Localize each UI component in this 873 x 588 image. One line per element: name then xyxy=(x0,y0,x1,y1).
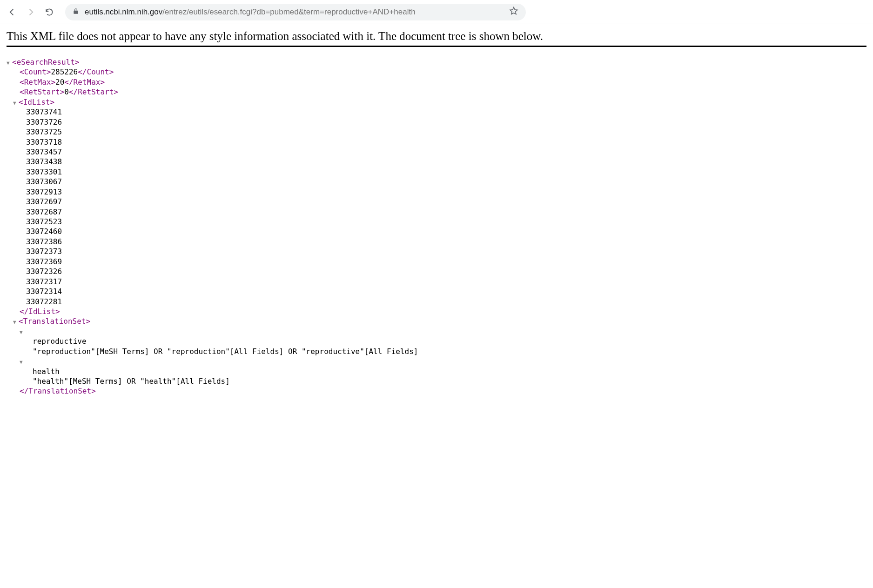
toggle-icon[interactable]: ▼ xyxy=(13,100,19,107)
xml-translation-to: "reproduction"[MeSH Terms] OR "reproduct… xyxy=(7,347,866,356)
toggle-icon[interactable]: ▼ xyxy=(7,60,12,67)
xml-translationset-close: </TranslationSet> xyxy=(7,386,866,396)
url-text: eutils.ncbi.nlm.nih.gov/entrez/eutils/es… xyxy=(85,7,416,17)
xml-idlist-close: </IdList> xyxy=(7,307,866,316)
xml-id: 33073718 xyxy=(7,137,866,147)
xml-notice: This XML file does not appear to have an… xyxy=(7,30,866,47)
xml-translation-from: reproductive xyxy=(7,336,866,346)
xml-count: <Count>285226</Count> xyxy=(7,67,866,77)
xml-id: 33073457 xyxy=(7,147,866,157)
xml-root-open[interactable]: ▼<eSearchResult> xyxy=(7,57,866,67)
xml-id: 33072697 xyxy=(7,197,866,207)
xml-id: 33072687 xyxy=(7,207,866,217)
xml-id: 33072369 xyxy=(7,257,866,267)
xml-id: 33073725 xyxy=(7,127,866,137)
address-bar[interactable]: eutils.ncbi.nlm.nih.gov/entrez/eutils/es… xyxy=(65,4,526,20)
xml-id: 33072317 xyxy=(7,277,866,287)
xml-id: 33073438 xyxy=(7,157,866,167)
toggle-icon[interactable]: ▼ xyxy=(20,329,25,336)
xml-id: 33072326 xyxy=(7,267,866,276)
xml-idlist-open[interactable]: ▼<IdList> xyxy=(7,97,866,107)
xml-id: 33073301 xyxy=(7,167,866,177)
xml-tree: ▼<eSearchResult> <Count>285226</Count> <… xyxy=(7,57,866,396)
xml-translation-open[interactable]: ▼ xyxy=(7,327,866,336)
url-domain: eutils.ncbi.nlm.nih.gov xyxy=(85,7,162,16)
browser-toolbar: eutils.ncbi.nlm.nih.gov/entrez/eutils/es… xyxy=(0,0,873,24)
xml-translation-from: health xyxy=(7,367,866,376)
xml-id: 33073741 xyxy=(7,107,866,117)
xml-id: 33072281 xyxy=(7,297,866,307)
xml-translation-to: "health"[MeSH Terms] OR "health"[All Fie… xyxy=(7,376,866,386)
xml-id: 33072913 xyxy=(7,187,866,197)
reload-button[interactable] xyxy=(43,6,56,19)
xml-id: 33072523 xyxy=(7,217,866,227)
xml-id: 33072460 xyxy=(7,227,866,236)
xml-retstart: <RetStart>0</RetStart> xyxy=(7,87,866,97)
xml-id: 33073726 xyxy=(7,117,866,127)
forward-button[interactable] xyxy=(24,6,37,19)
xml-translationset-open[interactable]: ▼<TranslationSet> xyxy=(7,316,866,326)
toggle-icon[interactable]: ▼ xyxy=(13,319,19,326)
url-path: /entrez/eutils/esearch.fcgi?db=pubmed&te… xyxy=(162,7,415,16)
page-content: This XML file does not appear to have an… xyxy=(0,24,873,402)
xml-id: 33072373 xyxy=(7,247,866,256)
toggle-icon[interactable]: ▼ xyxy=(20,359,25,366)
lock-icon xyxy=(73,8,79,16)
xml-retmax: <RetMax>20</RetMax> xyxy=(7,77,866,87)
bookmark-star-icon[interactable] xyxy=(509,6,518,18)
xml-translation-open[interactable]: ▼ xyxy=(7,356,866,366)
xml-id: 33073067 xyxy=(7,177,866,187)
xml-id: 33072386 xyxy=(7,237,866,247)
xml-id: 33072314 xyxy=(7,287,866,296)
back-button[interactable] xyxy=(6,6,19,19)
